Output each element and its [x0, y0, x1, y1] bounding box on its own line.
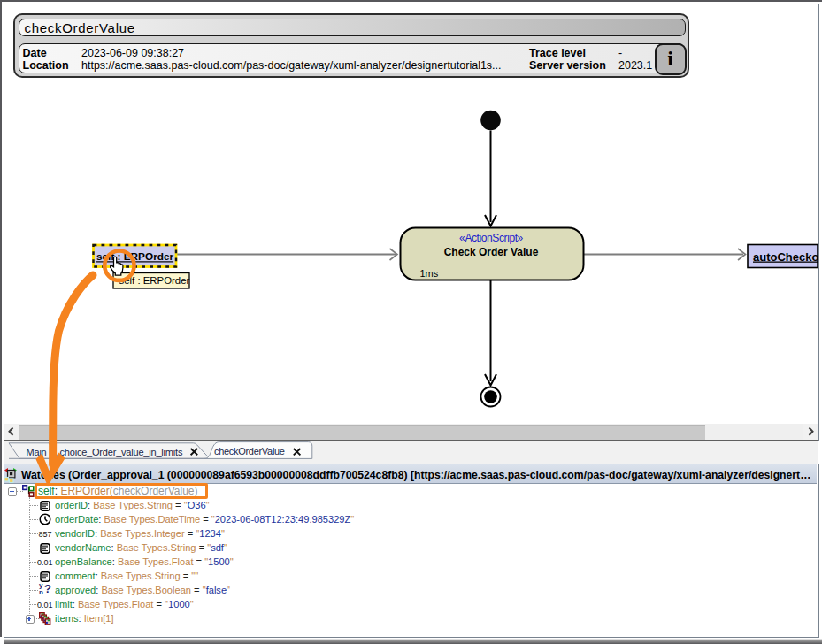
- svg-text:1ms: 1ms: [420, 268, 439, 279]
- svg-text:autoCheckou: autoCheckou: [753, 250, 818, 264]
- svg-text:checkOrderValue: checkOrderValue: [214, 446, 285, 456]
- svg-text:Check Order Value: Check Order Value: [444, 246, 539, 258]
- svg-text:«ActionScript»: «ActionScript»: [459, 232, 523, 244]
